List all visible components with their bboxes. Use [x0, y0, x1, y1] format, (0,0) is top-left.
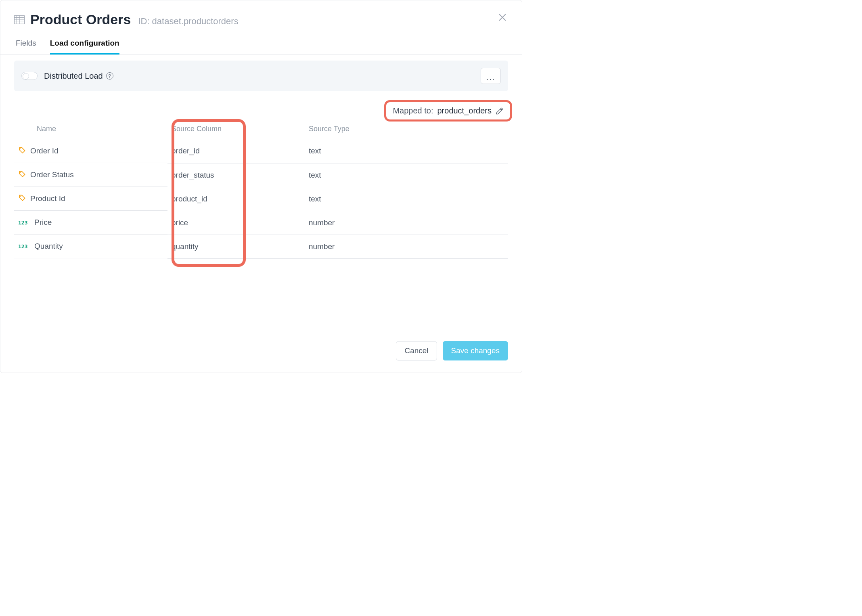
- distributed-load-label: Distributed Load: [44, 71, 103, 81]
- dialog-header: Product Orders ID: dataset.productorders: [0, 0, 522, 31]
- number-type-icon: 123: [18, 220, 30, 226]
- cancel-button[interactable]: Cancel: [396, 341, 437, 360]
- tab-load-configuration[interactable]: Load configuration: [50, 39, 119, 54]
- more-options-button[interactable]: ...: [481, 68, 501, 84]
- dataset-id-label: ID: dataset.productorders: [138, 16, 238, 27]
- field-source-column: order_id: [167, 139, 305, 163]
- field-source-type: number: [305, 235, 508, 258]
- mapped-to-label: Mapped to:: [393, 106, 433, 115]
- field-name-cell: 123Price: [14, 211, 167, 235]
- edit-icon[interactable]: [496, 107, 504, 115]
- field-source-type: text: [305, 163, 508, 187]
- table-row[interactable]: Product Idproduct_idtext: [14, 187, 508, 211]
- svg-point-11: [20, 196, 21, 197]
- table-row[interactable]: 123Quantityquantitynumber: [14, 235, 508, 258]
- field-source-column: product_id: [167, 187, 305, 211]
- field-source-type: number: [305, 211, 508, 235]
- field-source-column: order_status: [167, 163, 305, 187]
- table-header-row: Name Source Column Source Type: [14, 122, 508, 139]
- field-name-cell: Order Id: [14, 139, 167, 163]
- mapped-to-highlight: Mapped to: product_orders: [384, 100, 512, 122]
- svg-point-10: [20, 172, 21, 173]
- field-name-cell: Product Id: [14, 187, 167, 211]
- field-name-label: Price: [34, 218, 52, 227]
- svg-point-9: [20, 149, 21, 149]
- mapped-to-row: Mapped to: product_orders: [0, 91, 522, 122]
- distributed-load-toggle[interactable]: [21, 72, 38, 80]
- field-name-label: Order Id: [30, 147, 59, 155]
- table-row[interactable]: Order Idorder_idtext: [14, 139, 508, 163]
- dataset-dialog: Product Orders ID: dataset.productorders…: [0, 0, 522, 373]
- col-header-source-type: Source Type: [305, 122, 508, 139]
- field-name-label: Product Id: [30, 194, 65, 203]
- field-name-cell: Order Status: [14, 163, 167, 187]
- mapped-to-value: product_orders: [437, 106, 492, 115]
- field-name-cell: 123Quantity: [14, 235, 167, 258]
- dataset-title: Product Orders: [30, 12, 131, 27]
- tag-icon: [18, 171, 26, 179]
- fields-table: Name Source Column Source Type Order Ido…: [14, 122, 508, 259]
- close-icon[interactable]: [498, 13, 507, 22]
- col-header-name: Name: [14, 122, 167, 139]
- tabs: Fields Load configuration: [0, 31, 522, 55]
- help-icon[interactable]: ?: [106, 72, 113, 80]
- tab-fields[interactable]: Fields: [16, 39, 36, 54]
- field-name-label: Quantity: [34, 242, 63, 251]
- dialog-footer: Cancel Save changes: [0, 331, 522, 373]
- tag-icon: [18, 195, 26, 203]
- number-type-icon: 123: [18, 243, 30, 249]
- save-changes-button[interactable]: Save changes: [443, 341, 508, 360]
- field-source-type: text: [305, 187, 508, 211]
- fields-table-wrap: Name Source Column Source Type Order Ido…: [14, 122, 508, 259]
- field-source-type: text: [305, 139, 508, 163]
- field-source-column: price: [167, 211, 305, 235]
- table-row[interactable]: 123Pricepricenumber: [14, 211, 508, 235]
- col-header-source-column: Source Column: [167, 122, 305, 139]
- field-name-label: Order Status: [30, 170, 74, 179]
- table-row[interactable]: Order Statusorder_statustext: [14, 163, 508, 187]
- tag-icon: [18, 147, 26, 155]
- distributed-load-bar: Distributed Load ? ...: [14, 61, 508, 91]
- field-source-column: quantity: [167, 235, 305, 258]
- dataset-grid-icon: [14, 15, 25, 24]
